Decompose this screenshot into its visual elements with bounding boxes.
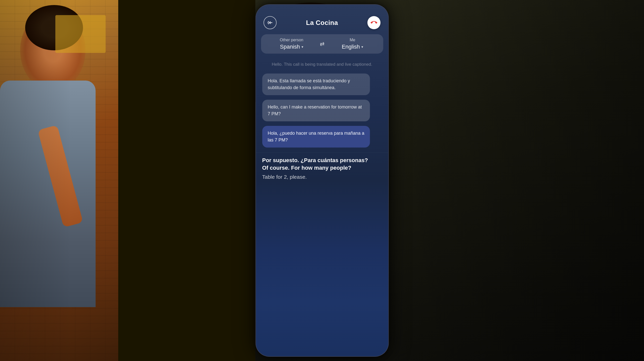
end-call-button[interactable] [368, 16, 381, 29]
phone-screen: La Cocina Other person Spanish ▾ ⇄ Me E [255, 4, 389, 357]
phone-header: La Cocina [256, 5, 388, 33]
caption-translation: Of course. For how many people? [262, 164, 382, 172]
message-text-other-1: Hola. Esta llamada se está traduciendo y… [268, 78, 350, 90]
back-button[interactable] [263, 16, 276, 29]
message-bubble-me-1: Hello, can I make a reservation for tomo… [262, 100, 370, 121]
message-bubble-other-1: Hola. Esta llamada se está traduciendo y… [262, 74, 370, 95]
other-language-dropdown[interactable]: Spanish ▾ [280, 44, 303, 50]
my-language-chevron-icon: ▾ [361, 45, 363, 49]
my-language-name: English [342, 44, 360, 50]
message-text-me-1: Hello, can I make a reservation for tomo… [268, 104, 362, 116]
caption-partial: Table for 2, please. [262, 174, 382, 180]
message-bubble-me-translated-1: Hola, ¿puedo hacer una reserva para maña… [262, 126, 370, 148]
other-person-label: Other person [280, 38, 303, 42]
page-title: La Cocina [306, 19, 338, 27]
my-language-dropdown[interactable]: English ▾ [342, 44, 363, 50]
caption-original: Por supuesto. ¿Para cuántas personas? [262, 157, 382, 164]
other-language-chevron-icon: ▾ [301, 45, 303, 49]
language-selector: Other person Spanish ▾ ⇄ Me English ▾ [261, 34, 383, 54]
other-person-language[interactable]: Other person Spanish ▾ [266, 38, 317, 50]
swap-languages-button[interactable]: ⇄ [317, 41, 327, 47]
chat-area: Hello. This call is being translated and… [256, 57, 388, 153]
system-message: Hello. This call is being translated and… [262, 60, 382, 69]
live-captions-area: Por supuesto. ¿Para cuántas personas? Of… [256, 153, 388, 183]
phone-device: La Cocina Other person Spanish ▾ ⇄ Me E [254, 0, 391, 361]
my-label: Me [350, 38, 355, 42]
other-language-name: Spanish [280, 44, 300, 50]
my-language[interactable]: Me English ▾ [327, 38, 378, 50]
message-text-me-translated-1: Hola, ¿puedo hacer una reserva para maña… [268, 131, 364, 142]
system-message-text: Hello. This call is being translated and… [272, 62, 372, 67]
